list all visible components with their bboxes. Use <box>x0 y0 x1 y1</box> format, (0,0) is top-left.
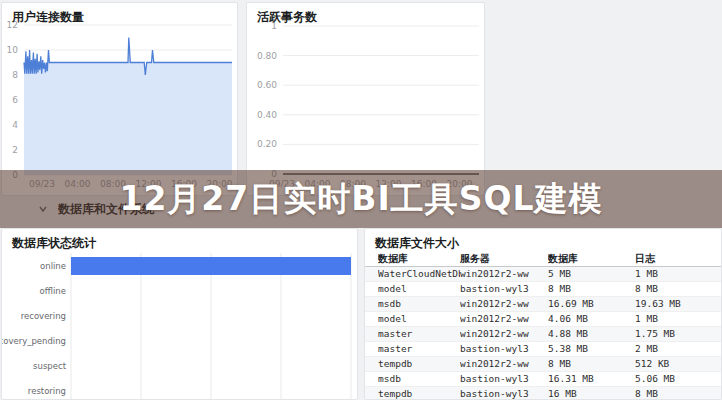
table-cell: msdb <box>378 372 460 386</box>
table-cell: 2 MB <box>635 342 721 356</box>
table-cell: model <box>378 312 460 326</box>
table-cell: win2012r2-ww <box>460 267 548 281</box>
table-cell: 4.88 MB <box>548 327 635 341</box>
table-cell: 19.63 MB <box>635 297 721 311</box>
table-row: modelbastion-wyl38 MB8 MB <box>365 282 721 297</box>
panel-title-db-status[interactable]: 数据库状态统计 <box>2 229 357 254</box>
bar-category-label: restoring <box>28 386 66 396</box>
table-cell: 512 KB <box>635 357 721 371</box>
table-cell: win2012r2-ww <box>460 297 548 311</box>
bi-dashboard: 用户连接数量 12108642009/2304:0008:0012:0016:0… <box>0 0 722 400</box>
panel-db-status-stats: 数据库状态统计 onlineofflinerecoveringrecovery_… <box>1 228 358 400</box>
table-cell: bastion-wyl3 <box>460 372 548 386</box>
table-cell: model <box>378 282 460 296</box>
panel-db-file-size: 数据库文件大小 数据库服务器数据库日志WaterCloudNetDbwin201… <box>364 228 722 400</box>
table-cell: 5 MB <box>548 267 635 281</box>
table-cell: 5.38 MB <box>548 342 635 356</box>
y-tick-label: 10 <box>7 45 19 55</box>
table-cell: bastion-wyl3 <box>460 342 548 356</box>
table-cell: 8 MB <box>635 282 721 296</box>
table-cell: WaterCloudNetDb <box>378 267 460 281</box>
table-row: masterwin2012r2-ww4.88 MB1.75 MB <box>365 327 721 342</box>
db-status-bar-chart[interactable]: onlineofflinerecoveringrecovery_pendings… <box>2 229 358 400</box>
table-cell: bastion-wyl3 <box>460 282 548 296</box>
panel-active-transactions: 活跃事务数 10.800.600.400.20009/2304:0008:001… <box>246 2 485 196</box>
status-bar[interactable] <box>71 257 351 275</box>
active-transactions-line-chart[interactable]: 10.800.600.400.20009/2304:0008:0012:0016… <box>247 3 485 196</box>
table-cell: 8 MB <box>635 387 721 400</box>
table-row: tempdbwin2012r2-ww8 MB512 KB <box>365 357 721 372</box>
table-row: WaterCloudNetDbwin2012r2-ww5 MB1 MB <box>365 267 721 282</box>
bar-category-label: online <box>40 261 66 271</box>
bar-category-label: recovering <box>21 311 66 321</box>
bar-category-label: offline <box>40 286 66 296</box>
table-cell: tempdb <box>378 357 460 371</box>
table-cell: 8 MB <box>548 357 635 371</box>
panel-title-db-file-size[interactable]: 数据库文件大小 <box>365 229 721 254</box>
table-cell: 1 MB <box>635 267 721 281</box>
table-cell: 16 MB <box>548 387 635 400</box>
table-cell: 16.31 MB <box>548 372 635 386</box>
panel-title-active-transactions[interactable]: 活跃事务数 <box>247 3 484 28</box>
user-connections-area-chart[interactable]: 12108642009/2304:0008:0012:0016:0020:00 <box>2 3 238 196</box>
y-tick-label: 0.80 <box>257 51 277 61</box>
table-cell: win2012r2-ww <box>460 327 548 341</box>
db-file-size-table: 数据库服务器数据库日志WaterCloudNetDbwin2012r2-ww5 … <box>365 251 721 399</box>
table-cell: 8 MB <box>548 282 635 296</box>
panel-title-user-connections[interactable]: 用户连接数量 <box>2 3 237 28</box>
y-tick-label: 6 <box>12 95 18 105</box>
table-row: masterbastion-wyl35.38 MB2 MB <box>365 342 721 357</box>
table-row: tempdbbastion-wyl316 MB8 MB <box>365 387 721 400</box>
overlay-title: 12月27日实时BI工具SQL建模 <box>119 177 602 222</box>
table-cell: 5.06 MB <box>635 372 721 386</box>
table-cell: bastion-wyl3 <box>460 387 548 400</box>
table-cell: master <box>378 342 460 356</box>
table-cell: tempdb <box>378 387 460 400</box>
y-tick-label: 2 <box>12 145 18 155</box>
y-tick-label: 0.40 <box>257 110 277 120</box>
table-row: modelwin2012r2-ww4.06 MB1 MB <box>365 312 721 327</box>
y-tick-label: 8 <box>12 70 18 80</box>
table-row: msdbbastion-wyl316.31 MB5.06 MB <box>365 372 721 387</box>
y-tick-label: 4 <box>12 120 18 130</box>
y-tick-label: 0.60 <box>257 80 277 90</box>
y-tick-label: 0.20 <box>257 139 277 149</box>
title-overlay: 12月27日实时BI工具SQL建模 <box>0 170 722 228</box>
table-cell: win2012r2-ww <box>460 312 548 326</box>
table-cell: msdb <box>378 297 460 311</box>
table-cell: 16.69 MB <box>548 297 635 311</box>
table-row: msdbwin2012r2-ww16.69 MB19.63 MB <box>365 297 721 312</box>
panel-user-connections: 用户连接数量 12108642009/2304:0008:0012:0016:0… <box>1 2 238 196</box>
table-cell: 1 MB <box>635 312 721 326</box>
bar-category-label: recovery_pending <box>2 336 66 346</box>
table-cell: win2012r2-ww <box>460 357 548 371</box>
bar-category-label: suspect <box>33 361 67 371</box>
table-cell: 4.06 MB <box>548 312 635 326</box>
table-cell: 1.75 MB <box>635 327 721 341</box>
table-cell: master <box>378 327 460 341</box>
